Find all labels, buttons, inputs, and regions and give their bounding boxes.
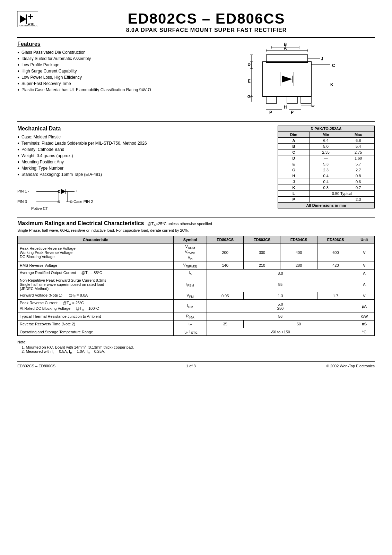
dim-row: B5.05.4 (278, 144, 375, 150)
features-section: Features Glass Passivated Die Constructi… (17, 41, 375, 117)
svg-rect-10 (287, 96, 297, 103)
svg-text:PIN 1 -: PIN 1 - (17, 189, 29, 193)
mech-left: Mechanical Data Case: Molded Plastic Ter… (17, 126, 271, 213)
dim-cell: 2.3 (342, 197, 375, 203)
mech-title: Mechanical Data (17, 126, 271, 132)
max-ratings-header: Maximum Ratings and Electrical Character… (17, 220, 375, 227)
symbol-cell: IRM (174, 300, 207, 313)
mech-item: Weight: 0.4 grams (approx.) (17, 153, 271, 158)
dim-cell: 0.6 (342, 179, 375, 185)
note-1: 1. Mounted on P.C. Board with 14mm2 (0.1… (17, 344, 375, 349)
svg-text:D: D (248, 62, 251, 67)
package-diagram-col: A B C D E G H (200, 41, 375, 117)
note-label: Note: (17, 340, 375, 344)
note-2: 2. Measured with IF = 0.5A, IR = 1.0A, I… (17, 349, 375, 355)
char-cell: Non-Repetitive Peak Forward Surge Curren… (18, 277, 174, 292)
val-cell: 210 (244, 262, 280, 269)
svg-text:POWER SEMICONDUCTORS: POWER SEMICONDUCTORS (19, 25, 38, 27)
dim-cell: — (310, 197, 342, 203)
dim-cell: 0.4 (310, 173, 342, 179)
table-row: Forward Voltage (Note 1) @IF = 8.0A VFM … (18, 292, 375, 300)
svg-text:+: + (76, 189, 78, 194)
svg-marker-50 (61, 189, 66, 194)
feature-item: Plastic Case Material has UL Flammabilit… (17, 87, 193, 92)
package-diagram: A B C D E G H (232, 41, 342, 117)
title-area: ED802CS – ED806CS 8.0A DPAK SURFACE MOUN… (38, 10, 375, 33)
dim-table-footer: All Dimensions in mm (278, 203, 375, 208)
feature-item: Low Profile Package (17, 62, 193, 67)
dim-cell: 5.4 (342, 144, 375, 150)
dim-cell: 5.3 (310, 161, 342, 167)
circuit-diagram-area: PIN 1 - + PIN 3 - Case PIN 2 (17, 184, 271, 213)
char-cell: Average Rectified Output Current @TL = 8… (18, 269, 174, 277)
val-cell: 8.0 (207, 269, 354, 277)
val-cell: 56 (207, 313, 354, 320)
val-cell: 420 (317, 262, 354, 269)
dim-row: J0.40.6 (278, 179, 375, 185)
dim-cell: D (278, 155, 310, 161)
dim-row: G2.32.7 (278, 167, 375, 173)
char-cell: Typical Thermal Resistance Junction to A… (18, 313, 174, 320)
val-cell: 400 (280, 244, 317, 262)
elec-divider (17, 217, 375, 217)
table-row: Typical Thermal Resistance Junction to A… (18, 313, 375, 320)
val-cell: 140 (207, 262, 244, 269)
dim-cell: 0.4 (310, 179, 342, 185)
dim-cell: A (278, 138, 310, 144)
dim-cell: 0.7 (342, 185, 375, 191)
dim-col-header: Max (342, 132, 375, 138)
unit-cell: nS (354, 320, 374, 328)
table-row: Non-Repetitive Peak Forward Surge Curren… (18, 277, 375, 292)
max-ratings-note: Single Phase, half wave, 60Hz, resistive… (17, 228, 375, 232)
dim-row: C2.352.75 (278, 150, 375, 155)
wte-logo-icon: WTE POWER SEMICONDUCTORS (17, 10, 38, 28)
unit-cell: V (354, 292, 374, 300)
svg-text:PIN 3 -: PIN 3 - (17, 199, 29, 204)
elec-col-ed802: ED802CS (207, 236, 244, 244)
main-title: ED802CS – ED806CS (38, 10, 375, 27)
dim-cell: 5.7 (342, 161, 375, 167)
dim-cell: L (278, 191, 310, 197)
dimension-table: D PAK/TO-252AA Dim Min Max A6.46.8B5.05.… (278, 126, 375, 208)
table-row: Average Rectified Output Current @TL = 8… (18, 269, 375, 277)
unit-cell: °C (354, 328, 374, 336)
feature-item: Super-Fast Recovery Time (17, 81, 193, 86)
val-cell: 50 (244, 320, 354, 328)
svg-text:L: L (311, 103, 314, 108)
table-row: Operating and Storage Temperature Range … (18, 328, 375, 336)
mech-item: Mounting Position: Any (17, 160, 271, 164)
unit-cell: A (354, 277, 374, 292)
svg-marker-1 (20, 15, 27, 23)
val-cell: 200 (207, 244, 244, 262)
val-cell: -50 to +150 (207, 328, 354, 336)
dim-cell: 0.50 Typical (310, 191, 374, 197)
char-cell: Operating and Storage Temperature Range (18, 328, 174, 336)
dim-row: H0.40.8 (278, 173, 375, 179)
features-title: Features (17, 41, 193, 47)
svg-text:H: H (284, 105, 287, 110)
footer-center: 1 of 3 (186, 364, 196, 368)
svg-text:B: B (284, 42, 287, 47)
char-cell: RMS Reverse Voltage (18, 262, 174, 269)
mech-item: Marking: Type Number (17, 166, 271, 171)
svg-marker-39 (282, 76, 292, 83)
logo-area: WTE POWER SEMICONDUCTORS (17, 10, 38, 28)
svg-text:C: C (332, 63, 335, 68)
unit-cell: V (354, 262, 374, 269)
val-cell: 280 (280, 262, 317, 269)
val-cell: 5.0250 (207, 300, 354, 313)
symbol-cell: VR(RMS) (174, 262, 207, 269)
symbol-cell: trr (174, 320, 207, 328)
dim-cell: E (278, 161, 310, 167)
electrical-table: Characteristic Symbol ED802CS ED803CS ED… (17, 236, 375, 336)
val-cell: 1.7 (317, 292, 354, 300)
val-cell: 600 (317, 244, 354, 262)
dim-cell: 2.3 (310, 167, 342, 173)
dim-row: D—1.60 (278, 155, 375, 161)
dim-cell: 2.7 (342, 167, 375, 173)
symbol-cell: VRRMVRWMVR (174, 244, 207, 262)
dim-row: P—2.3 (278, 197, 375, 203)
max-ratings-sub: @TA=25°C unless otherwise specified (147, 222, 212, 227)
dim-row: E5.35.7 (278, 161, 375, 167)
val-cell: 1.3 (244, 292, 317, 300)
